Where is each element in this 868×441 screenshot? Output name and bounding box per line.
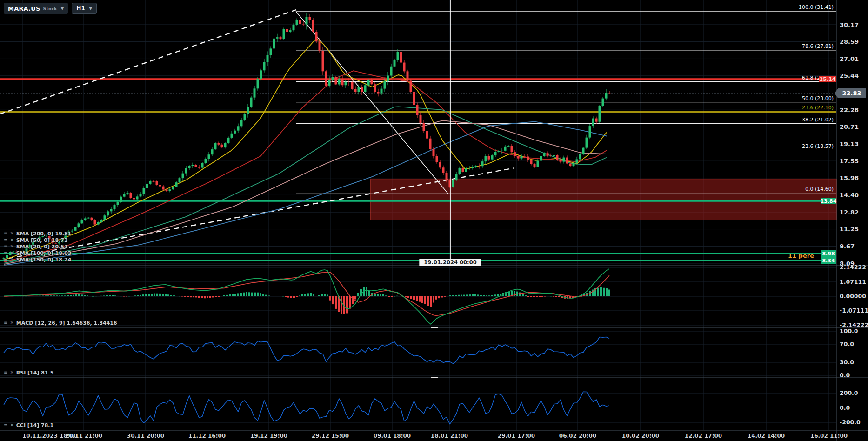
cci-tick: -200.0 bbox=[840, 419, 861, 426]
indicator-settings-icon[interactable]: ≡ bbox=[4, 231, 7, 236]
candle-body bbox=[81, 220, 83, 223]
macd-histogram-bar bbox=[232, 294, 234, 296]
macd-histogram-bar bbox=[332, 296, 334, 304]
candle-body bbox=[381, 89, 383, 94]
macd-histogram-bar bbox=[156, 294, 158, 296]
indicator-label: SMA [20, 0] 20.51 bbox=[16, 244, 68, 250]
macd-histogram-bar bbox=[304, 294, 306, 296]
indicator-remove-icon[interactable]: ✕ bbox=[10, 251, 13, 255]
indicator-remove-icon[interactable]: ✕ bbox=[10, 238, 13, 242]
macd-histogram-bar bbox=[212, 296, 214, 297]
macd-histogram-bar bbox=[310, 293, 312, 296]
candle-body bbox=[556, 155, 559, 160]
level-price-badge: 13.84 bbox=[821, 198, 836, 204]
macd-histogram-bar bbox=[394, 296, 395, 297]
macd-histogram-bar bbox=[421, 296, 423, 303]
candle-body bbox=[306, 17, 308, 24]
macd-histogram-bar bbox=[410, 296, 412, 299]
indicator-settings-icon[interactable]: ≡ bbox=[4, 257, 7, 262]
candle-body bbox=[289, 30, 292, 32]
macd-histogram-bar bbox=[486, 295, 487, 296]
candle-body bbox=[172, 187, 174, 190]
candle-body bbox=[332, 77, 334, 80]
macd-histogram-bar bbox=[463, 295, 465, 296]
candle-body bbox=[511, 146, 513, 152]
macd-tick: 1.07111 bbox=[840, 278, 866, 285]
fib-level-label: 78.6 (27.81) bbox=[802, 43, 834, 49]
macd-histogram-bar bbox=[59, 295, 60, 296]
macd-histogram-bar bbox=[201, 296, 203, 298]
candle-body bbox=[569, 164, 572, 167]
macd-histogram-bar bbox=[469, 294, 471, 296]
candle-body bbox=[592, 119, 594, 127]
indicator-remove-icon[interactable]: ✕ bbox=[10, 231, 13, 236]
price-tick: 14.40 bbox=[840, 192, 859, 199]
candle-body bbox=[117, 202, 119, 205]
macd-histogram-bar bbox=[53, 295, 55, 296]
macd-histogram-bar bbox=[215, 296, 217, 297]
indicator-settings-icon[interactable]: ≡ bbox=[4, 251, 7, 255]
candle-body bbox=[560, 160, 562, 162]
macd-histogram-bar bbox=[45, 295, 47, 296]
candle-body bbox=[280, 37, 282, 39]
macd-histogram-bar bbox=[497, 294, 499, 296]
macd-histogram-bar bbox=[600, 287, 602, 296]
macd-histogram-bar bbox=[346, 296, 348, 313]
indicator-remove-icon[interactable]: ✕ bbox=[10, 423, 13, 428]
candle-body bbox=[263, 62, 266, 70]
macd-histogram-bar bbox=[128, 296, 130, 297]
candle-body bbox=[358, 87, 360, 92]
macd-histogram-bar bbox=[287, 296, 289, 298]
indicator-label: MACD [12, 26, 9] 1.64636, 1.34416 bbox=[16, 320, 117, 326]
candle-body bbox=[250, 98, 253, 107]
macd-histogram-bar bbox=[109, 295, 111, 296]
macd-histogram-bar bbox=[382, 294, 384, 296]
candle-body bbox=[354, 89, 357, 92]
rsi-tick: 100.0 bbox=[840, 327, 858, 334]
candle-body bbox=[403, 63, 406, 72]
candle-body bbox=[439, 162, 441, 167]
indicator-settings-icon[interactable]: ≡ bbox=[4, 244, 7, 249]
macd-histogram-bar bbox=[248, 292, 250, 296]
candle-body bbox=[341, 79, 344, 86]
trading-terminal: 100.0 (31.41)78.6 (27.81)61.8 (24.89)50.… bbox=[0, 0, 868, 441]
macd-histogram-bar bbox=[533, 296, 535, 297]
candle-body bbox=[517, 156, 520, 159]
symbol-selector[interactable]: MARA.US Stock ▼ bbox=[4, 3, 68, 14]
macd-histogram-bar bbox=[251, 293, 253, 296]
candle-body bbox=[394, 60, 396, 67]
macd-histogram-bar bbox=[597, 287, 599, 296]
indicator-remove-icon[interactable]: ✕ bbox=[10, 257, 13, 262]
candle-body bbox=[319, 41, 321, 51]
indicator-settings-icon[interactable]: ≡ bbox=[4, 370, 7, 375]
indicator-remove-icon[interactable]: ✕ bbox=[10, 244, 13, 249]
chart-canvas[interactable]: 100.0 (31.41)78.6 (27.81)61.8 (24.89)50.… bbox=[0, 0, 868, 441]
macd-histogram-bar bbox=[413, 296, 415, 300]
macd-histogram-bar bbox=[134, 295, 136, 296]
date-tick: 12.02 17:00 bbox=[685, 433, 722, 439]
candle-body bbox=[247, 107, 249, 114]
candle-body bbox=[367, 80, 370, 85]
candle-body bbox=[426, 131, 428, 139]
candle-body bbox=[540, 156, 542, 161]
indicator-settings-icon[interactable]: ≡ bbox=[4, 423, 7, 428]
indicator-label: SMA [100, 0] 18.03 bbox=[16, 250, 72, 256]
indicator-settings-icon[interactable]: ≡ bbox=[4, 238, 7, 242]
macd-histogram-bar bbox=[204, 296, 206, 298]
candle-body bbox=[472, 167, 474, 168]
candle-body bbox=[586, 138, 588, 148]
candle-body bbox=[579, 154, 581, 159]
candle-body bbox=[312, 20, 314, 32]
macd-histogram-bar bbox=[458, 295, 460, 296]
candle-body bbox=[214, 143, 217, 149]
macd-histogram-bar bbox=[480, 295, 482, 296]
candle-body bbox=[166, 189, 168, 191]
indicator-settings-icon[interactable]: ≡ bbox=[4, 321, 7, 325]
candle-body bbox=[110, 209, 113, 211]
candle-body bbox=[462, 168, 464, 172]
fib-level-label: 23.6 (22.10) bbox=[802, 105, 834, 111]
indicator-remove-icon[interactable]: ✕ bbox=[10, 370, 13, 375]
indicator-remove-icon[interactable]: ✕ bbox=[10, 321, 13, 325]
macd-histogram-bar bbox=[75, 294, 77, 296]
timeframe-selector[interactable]: H1 ▼ bbox=[72, 3, 97, 14]
